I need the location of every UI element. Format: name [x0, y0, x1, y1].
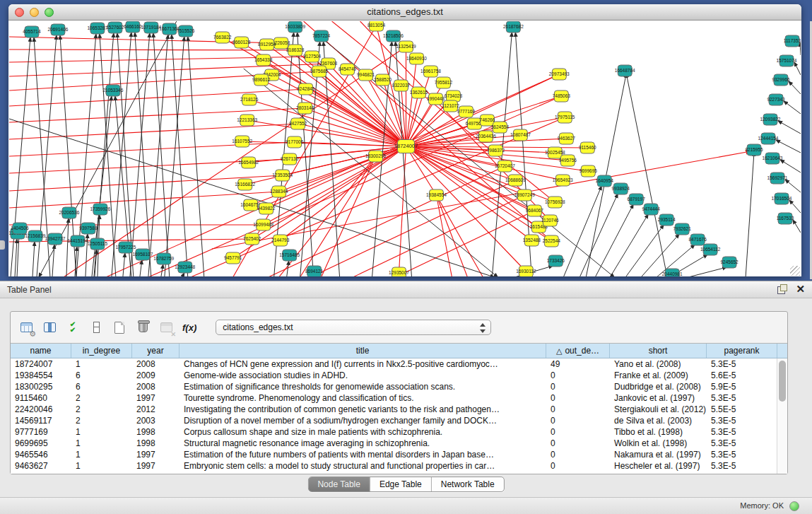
- column-header-name[interactable]: name: [11, 344, 71, 358]
- graph-node[interactable]: 7663822: [213, 32, 232, 43]
- network-canvas[interactable]: 4055714206914061065328715276026466160107…: [9, 21, 801, 276]
- minimize-window-button[interactable]: [30, 8, 39, 17]
- graph-node[interactable]: 12935007: [389, 267, 409, 276]
- graph-edge[interactable]: [212, 151, 751, 249]
- table-row[interactable]: 1830029562008Estimation of significance …: [11, 381, 787, 392]
- graph-edge[interactable]: [322, 156, 376, 276]
- graph-edge[interactable]: [789, 81, 801, 94]
- graph-node[interactable]: 17975115: [555, 112, 575, 123]
- graph-node[interactable]: 7986372: [487, 145, 505, 156]
- graph-edge[interactable]: [789, 200, 801, 213]
- graph-node[interactable]: 3624554: [491, 122, 510, 133]
- graph-node[interactable]: 2803144: [296, 103, 314, 114]
- graph-node[interactable]: 16782759: [153, 253, 174, 264]
- graph-node[interactable]: 16961758: [420, 66, 441, 77]
- graph-edge[interactable]: [626, 74, 667, 276]
- graph-node[interactable]: 9397588: [79, 223, 98, 234]
- graph-edge[interactable]: [563, 186, 601, 276]
- graph-node[interactable]: 2718126: [240, 94, 259, 105]
- close-window-button[interactable]: [15, 8, 24, 17]
- delete-table-icon[interactable]: ✕: [158, 319, 175, 336]
- graph-edge[interactable]: [264, 60, 406, 146]
- tab-edge-table[interactable]: Edge Table: [370, 477, 431, 491]
- graph-node[interactable]: 5875685: [310, 66, 329, 77]
- float-panel-icon[interactable]: [777, 284, 787, 294]
- graph-node[interactable]: 1640954: [596, 175, 614, 187]
- graph-node[interactable]: 18640910: [406, 53, 427, 64]
- graph-node[interactable]: 9684067: [526, 205, 544, 216]
- graph-node[interactable]: 9115460: [579, 142, 596, 153]
- window-resize-handle[interactable]: [790, 266, 800, 276]
- graph-edge[interactable]: [9, 192, 279, 208]
- table-mode-icon[interactable]: ⚙: [18, 319, 35, 336]
- graph-node[interactable]: 9177006: [286, 136, 304, 148]
- graph-node[interactable]: 9474444: [642, 204, 661, 215]
- graph-edge[interactable]: [406, 59, 416, 146]
- graph-node[interactable]: 7485063: [553, 90, 571, 102]
- graph-node[interactable]: 12444154: [758, 133, 779, 144]
- table-row[interactable]: 946554611997Estimation of the future num…: [11, 449, 787, 460]
- graph-node[interactable]: 10719184: [141, 22, 161, 33]
- graph-node[interactable]: 1527602: [106, 22, 124, 33]
- graph-edge[interactable]: [17, 234, 19, 276]
- graph-node[interactable]: 7625402: [243, 233, 261, 245]
- graph-edge[interactable]: [436, 195, 483, 276]
- graph-node[interactable]: 16648784: [615, 65, 635, 76]
- graph-node[interactable]: 19384554: [426, 189, 447, 201]
- graph-node[interactable]: 8186328: [286, 45, 305, 56]
- graph-node[interactable]: 9946821: [357, 69, 375, 81]
- graph-node[interactable]: 8215955: [745, 144, 763, 156]
- graph-node[interactable]: 6879197: [628, 194, 646, 205]
- graph-edge[interactable]: [188, 37, 204, 276]
- window-titlebar[interactable]: citations_edges.txt: [8, 4, 801, 21]
- graph-node[interactable]: 1167533: [777, 213, 794, 224]
- graph-edge[interactable]: [324, 42, 340, 276]
- graph-edge[interactable]: [436, 195, 467, 276]
- column-check-icon[interactable]: ✔✔: [64, 319, 81, 336]
- graph-node[interactable]: 26187682: [503, 21, 524, 33]
- graph-node[interactable]: 16720407: [495, 160, 515, 172]
- graph-edge[interactable]: [595, 204, 633, 276]
- graph-node[interactable]: 15166822: [235, 179, 255, 190]
- graph-edge[interactable]: [780, 160, 801, 173]
- graph-node[interactable]: 14415194: [67, 235, 88, 247]
- table-selector-combo[interactable]: citations_edges.txt: [216, 320, 491, 335]
- graph-edge[interactable]: [610, 214, 648, 276]
- graph-edge[interactable]: [140, 260, 142, 276]
- graph-node[interactable]: 10807487: [510, 129, 531, 141]
- graph-node[interactable]: 15716485: [279, 250, 300, 261]
- function-builder-icon[interactable]: f(x): [181, 319, 198, 336]
- graph-edge[interactable]: [66, 218, 69, 276]
- tab-network-table[interactable]: Network Table: [431, 477, 504, 491]
- graph-node[interactable]: 9439822: [257, 203, 276, 214]
- graph-node[interactable]: 12353504: [272, 170, 293, 181]
- graph-edge[interactable]: [778, 121, 801, 134]
- graph-node[interactable]: 9938924: [612, 183, 630, 194]
- graph-edge[interactable]: [33, 242, 35, 276]
- graph-edge[interactable]: [9, 124, 298, 139]
- memory-ok-icon[interactable]: [789, 501, 799, 511]
- graph-node[interactable]: 9495756: [559, 155, 577, 166]
- graph-edge[interactable]: [688, 267, 726, 276]
- graph-node[interactable]: 7515526: [177, 25, 195, 37]
- graph-node[interactable]: 15692971: [767, 173, 788, 184]
- graph-node[interactable]: 8694121: [305, 266, 324, 276]
- graph-node[interactable]: 9245652: [720, 257, 739, 268]
- graph-node[interactable]: 9329966: [772, 74, 790, 86]
- graph-edge[interactable]: [52, 245, 54, 276]
- graph-edge[interactable]: [746, 152, 754, 276]
- graph-edge[interactable]: [112, 33, 131, 276]
- graph-edge[interactable]: [15, 239, 17, 276]
- graph-node[interactable]: 21053346: [102, 85, 123, 96]
- graph-node[interactable]: 20973493: [549, 69, 570, 80]
- graph-node[interactable]: 9242845: [297, 83, 315, 95]
- graph-node[interactable]: 16210643: [763, 153, 783, 164]
- graph-edge[interactable]: [776, 140, 801, 153]
- table-row[interactable]: 1938455462009Genome-wide association stu…: [11, 370, 787, 381]
- graph-node[interactable]: 4055714: [23, 26, 41, 37]
- column-header-title[interactable]: title: [180, 344, 546, 358]
- column-header-out_de[interactable]: △out_de…: [546, 344, 610, 358]
- graph-node[interactable]: 20691406: [48, 24, 69, 35]
- graph-edge[interactable]: [793, 220, 801, 233]
- table-row[interactable]: 1872400712008Changes of HCN gene express…: [11, 358, 787, 370]
